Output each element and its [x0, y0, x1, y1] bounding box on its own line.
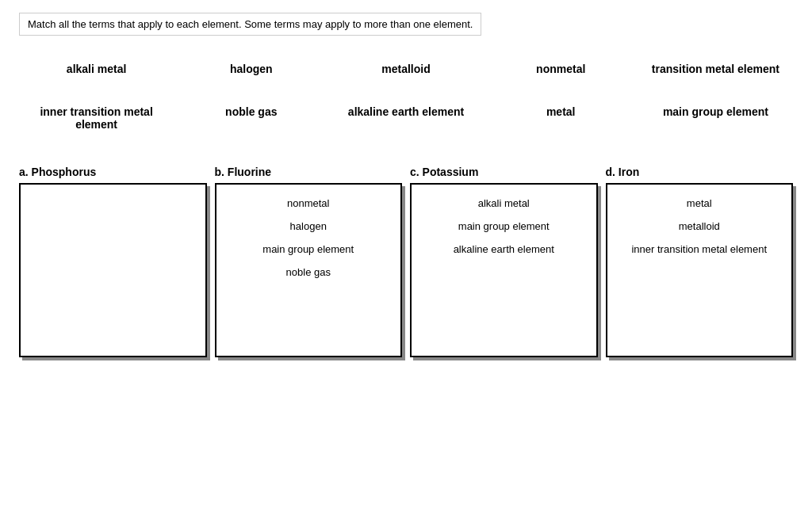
instructions-text: Match all the terms that apply to each e… [19, 13, 481, 36]
element-fluorine-box[interactable]: nonmetal halogen main group element nobl… [215, 183, 403, 357]
term-metal[interactable]: metal [484, 94, 638, 142]
element-iron-label: d. Iron [606, 166, 794, 178]
term-halogen[interactable]: halogen [174, 51, 328, 86]
element-potassium-box[interactable]: alkali metal main group element alkaline… [410, 183, 598, 357]
term-noble-gas[interactable]: noble gas [174, 94, 328, 142]
element-fluorine-label: b. Fluorine [215, 166, 403, 178]
element-iron-col: d. Iron metal metalloid inner transition… [606, 166, 794, 357]
term-main-group[interactable]: main group element [638, 94, 793, 142]
element-fluorine-col: b. Fluorine nonmetal halogen main group … [215, 166, 403, 357]
term-transition-metal[interactable]: transition metal element [638, 51, 793, 86]
term-nonmetal[interactable]: nonmetal [484, 51, 638, 86]
element-phosphorus-col: a. Phosphorus [19, 166, 207, 357]
element-phosphorus-label: a. Phosphorus [19, 166, 207, 178]
element-potassium-label: c. Potassium [410, 166, 598, 178]
fluorine-tag-1: halogen [290, 220, 327, 232]
term-alkali-metal[interactable]: alkali metal [19, 51, 174, 86]
term-alkaline-earth[interactable]: alkaline earth element [328, 94, 483, 142]
potassium-tag-2: alkaline earth element [454, 243, 554, 255]
fluorine-tag-0: nonmetal [287, 197, 329, 209]
iron-tag-1: metalloid [679, 220, 720, 232]
term-inner-transition[interactable]: inner transition metal element [19, 94, 174, 142]
fluorine-tag-3: noble gas [286, 266, 331, 278]
term-metalloid[interactable]: metalloid [328, 51, 483, 86]
element-iron-box[interactable]: metal metalloid inner transition metal e… [606, 183, 794, 357]
potassium-tag-1: main group element [458, 220, 550, 232]
terms-row1: alkali metal halogen metalloid nonmetal … [19, 51, 793, 86]
potassium-tag-0: alkali metal [478, 197, 530, 209]
terms-row2: inner transition metal element noble gas… [19, 94, 793, 142]
element-potassium-col: c. Potassium alkali metal main group ele… [410, 166, 598, 357]
fluorine-tag-2: main group element [262, 243, 354, 255]
iron-tag-2: inner transition metal element [631, 243, 767, 255]
element-phosphorus-box[interactable] [19, 183, 207, 357]
iron-tag-0: metal [687, 197, 712, 209]
elements-section: a. Phosphorus b. Fluorine nonmetal halog… [19, 166, 793, 357]
